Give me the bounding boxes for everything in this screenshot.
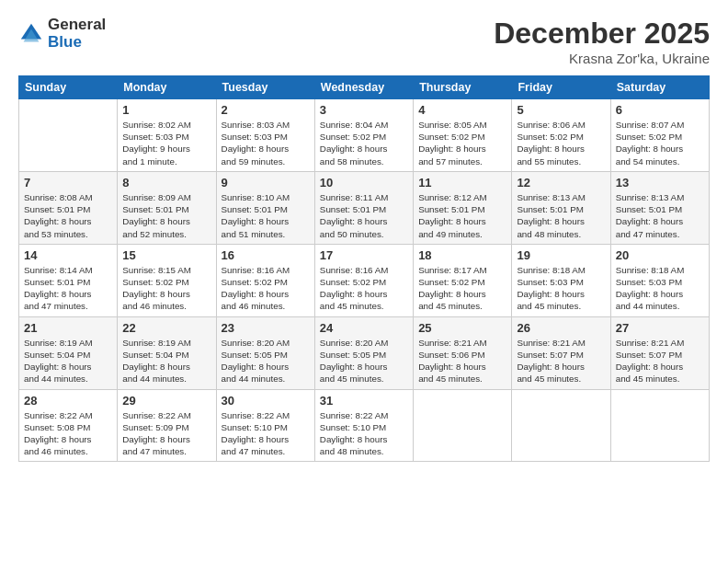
table-row: 6Sunrise: 8:07 AM Sunset: 5:02 PM Daylig… (610, 99, 709, 172)
day-info: Sunrise: 8:22 AM Sunset: 5:08 PM Dayligh… (24, 409, 112, 458)
day-number: 19 (517, 248, 605, 262)
day-info: Sunrise: 8:13 AM Sunset: 5:01 PM Dayligh… (517, 191, 605, 240)
calendar-week-row: 21Sunrise: 8:19 AM Sunset: 5:04 PM Dayli… (19, 316, 710, 389)
title-block: December 2025 Krasna Zor'ka, Ukraine (494, 17, 710, 66)
table-row: 11Sunrise: 8:12 AM Sunset: 5:01 PM Dayli… (414, 171, 512, 244)
day-number: 17 (320, 248, 408, 262)
table-row: 16Sunrise: 8:16 AM Sunset: 5:02 PM Dayli… (216, 244, 314, 316)
table-row: 1Sunrise: 8:02 AM Sunset: 5:03 PM Daylig… (118, 99, 216, 172)
day-number: 23 (222, 321, 310, 335)
table-row: 4Sunrise: 8:05 AM Sunset: 5:02 PM Daylig… (414, 99, 512, 172)
title-location: Krasna Zor'ka, Ukraine (494, 51, 710, 66)
day-info: Sunrise: 8:13 AM Sunset: 5:01 PM Dayligh… (616, 191, 704, 240)
logo-icon (18, 21, 44, 47)
table-row: 19Sunrise: 8:18 AM Sunset: 5:03 PM Dayli… (512, 244, 610, 316)
table-row: 15Sunrise: 8:15 AM Sunset: 5:02 PM Dayli… (118, 244, 216, 316)
header-wednesday: Wednesday (314, 76, 413, 99)
day-number: 14 (24, 248, 112, 262)
day-info: Sunrise: 8:12 AM Sunset: 5:01 PM Dayligh… (418, 191, 506, 240)
header-saturday: Saturday (610, 76, 709, 99)
logo-general-text: General (48, 17, 106, 34)
day-number: 6 (616, 103, 704, 117)
table-row: 17Sunrise: 8:16 AM Sunset: 5:02 PM Dayli… (314, 244, 413, 316)
day-number: 15 (122, 248, 210, 262)
table-row: 29Sunrise: 8:22 AM Sunset: 5:09 PM Dayli… (118, 389, 216, 462)
table-row: 18Sunrise: 8:17 AM Sunset: 5:02 PM Dayli… (414, 244, 512, 316)
table-row (512, 389, 610, 462)
table-row: 28Sunrise: 8:22 AM Sunset: 5:08 PM Dayli… (19, 389, 118, 462)
day-info: Sunrise: 8:08 AM Sunset: 5:01 PM Dayligh… (24, 191, 112, 240)
table-row: 26Sunrise: 8:21 AM Sunset: 5:07 PM Dayli… (512, 316, 610, 389)
logo: General Blue (18, 17, 106, 51)
table-row: 22Sunrise: 8:19 AM Sunset: 5:04 PM Dayli… (118, 316, 216, 389)
day-number: 3 (320, 103, 408, 117)
calendar-week-row: 1Sunrise: 8:02 AM Sunset: 5:03 PM Daylig… (19, 99, 710, 172)
day-number: 28 (24, 394, 112, 408)
day-info: Sunrise: 8:15 AM Sunset: 5:02 PM Dayligh… (122, 264, 210, 313)
day-info: Sunrise: 8:16 AM Sunset: 5:02 PM Dayligh… (320, 264, 408, 313)
day-info: Sunrise: 8:20 AM Sunset: 5:05 PM Dayligh… (320, 337, 408, 385)
logo-blue-text: Blue (48, 34, 106, 52)
day-info: Sunrise: 8:22 AM Sunset: 5:09 PM Dayligh… (122, 409, 210, 458)
day-info: Sunrise: 8:22 AM Sunset: 5:10 PM Dayligh… (222, 409, 310, 458)
calendar-header-row: Sunday Monday Tuesday Wednesday Thursday… (19, 76, 710, 99)
day-info: Sunrise: 8:19 AM Sunset: 5:04 PM Dayligh… (122, 337, 210, 385)
day-number: 18 (418, 248, 506, 262)
header-monday: Monday (118, 76, 216, 99)
day-info: Sunrise: 8:06 AM Sunset: 5:02 PM Dayligh… (517, 119, 605, 167)
table-row: 2Sunrise: 8:03 AM Sunset: 5:03 PM Daylig… (216, 99, 314, 172)
calendar-week-row: 7Sunrise: 8:08 AM Sunset: 5:01 PM Daylig… (19, 171, 710, 244)
table-row (610, 389, 709, 462)
day-number: 26 (517, 321, 605, 335)
day-info: Sunrise: 8:21 AM Sunset: 5:07 PM Dayligh… (616, 337, 704, 385)
day-number: 2 (222, 103, 310, 117)
calendar-week-row: 28Sunrise: 8:22 AM Sunset: 5:08 PM Dayli… (19, 389, 710, 462)
table-row: 3Sunrise: 8:04 AM Sunset: 5:02 PM Daylig… (314, 99, 413, 172)
day-number: 24 (320, 321, 408, 335)
header-friday: Friday (512, 76, 610, 99)
day-info: Sunrise: 8:18 AM Sunset: 5:03 PM Dayligh… (616, 264, 704, 313)
day-number: 29 (122, 394, 210, 408)
day-number: 31 (320, 394, 408, 408)
day-number: 7 (24, 176, 112, 190)
table-row: 10Sunrise: 8:11 AM Sunset: 5:01 PM Dayli… (314, 171, 413, 244)
day-number: 13 (616, 176, 704, 190)
header-thursday: Thursday (414, 76, 512, 99)
page: General Blue December 2025 Krasna Zor'ka… (0, 0, 728, 563)
day-number: 16 (222, 248, 310, 262)
day-info: Sunrise: 8:14 AM Sunset: 5:01 PM Dayligh… (24, 264, 112, 313)
day-info: Sunrise: 8:02 AM Sunset: 5:03 PM Dayligh… (122, 119, 210, 167)
day-info: Sunrise: 8:19 AM Sunset: 5:04 PM Dayligh… (24, 337, 112, 385)
day-number: 21 (24, 321, 112, 335)
day-info: Sunrise: 8:07 AM Sunset: 5:02 PM Dayligh… (616, 119, 704, 167)
table-row: 7Sunrise: 8:08 AM Sunset: 5:01 PM Daylig… (19, 171, 118, 244)
day-number: 12 (517, 176, 605, 190)
table-row (19, 99, 118, 172)
table-row: 13Sunrise: 8:13 AM Sunset: 5:01 PM Dayli… (610, 171, 709, 244)
day-info: Sunrise: 8:21 AM Sunset: 5:06 PM Dayligh… (418, 337, 506, 385)
day-info: Sunrise: 8:04 AM Sunset: 5:02 PM Dayligh… (320, 119, 408, 167)
title-month: December 2025 (494, 17, 710, 51)
table-row: 24Sunrise: 8:20 AM Sunset: 5:05 PM Dayli… (314, 316, 413, 389)
day-info: Sunrise: 8:11 AM Sunset: 5:01 PM Dayligh… (320, 191, 408, 240)
table-row: 12Sunrise: 8:13 AM Sunset: 5:01 PM Dayli… (512, 171, 610, 244)
day-info: Sunrise: 8:20 AM Sunset: 5:05 PM Dayligh… (222, 337, 310, 385)
table-row: 27Sunrise: 8:21 AM Sunset: 5:07 PM Dayli… (610, 316, 709, 389)
day-number: 9 (222, 176, 310, 190)
header-sunday: Sunday (19, 76, 118, 99)
table-row: 8Sunrise: 8:09 AM Sunset: 5:01 PM Daylig… (118, 171, 216, 244)
table-row: 9Sunrise: 8:10 AM Sunset: 5:01 PM Daylig… (216, 171, 314, 244)
table-row: 14Sunrise: 8:14 AM Sunset: 5:01 PM Dayli… (19, 244, 118, 316)
day-info: Sunrise: 8:21 AM Sunset: 5:07 PM Dayligh… (517, 337, 605, 385)
day-info: Sunrise: 8:05 AM Sunset: 5:02 PM Dayligh… (418, 119, 506, 167)
logo-text: General Blue (48, 17, 106, 51)
table-row: 5Sunrise: 8:06 AM Sunset: 5:02 PM Daylig… (512, 99, 610, 172)
day-number: 1 (122, 103, 210, 117)
table-row: 21Sunrise: 8:19 AM Sunset: 5:04 PM Dayli… (19, 316, 118, 389)
day-info: Sunrise: 8:18 AM Sunset: 5:03 PM Dayligh… (517, 264, 605, 313)
day-info: Sunrise: 8:16 AM Sunset: 5:02 PM Dayligh… (222, 264, 310, 313)
table-row (414, 389, 512, 462)
day-number: 25 (418, 321, 506, 335)
day-info: Sunrise: 8:03 AM Sunset: 5:03 PM Dayligh… (222, 119, 310, 167)
table-row: 25Sunrise: 8:21 AM Sunset: 5:06 PM Dayli… (414, 316, 512, 389)
